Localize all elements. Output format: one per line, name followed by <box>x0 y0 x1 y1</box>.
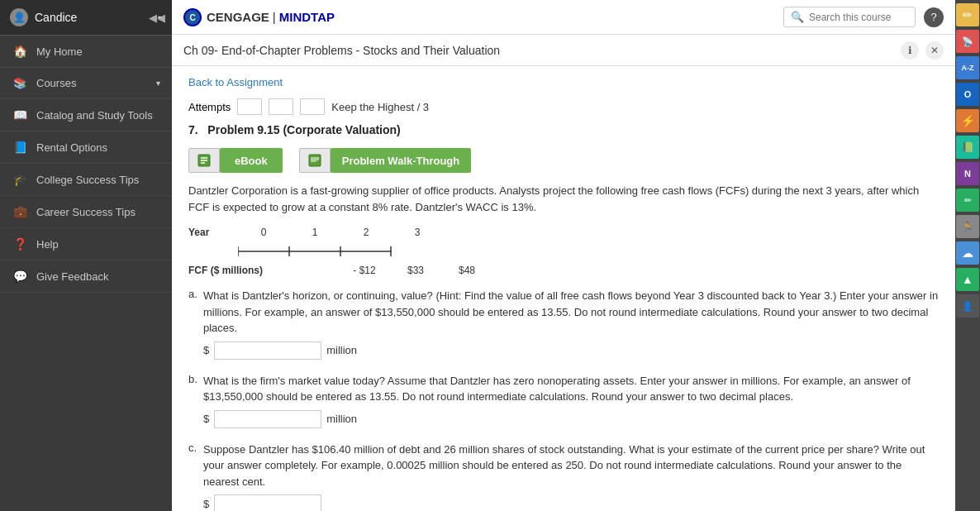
svg-rect-6 <box>309 155 321 166</box>
sub-b-letter: b. <box>188 373 203 405</box>
sub-c-letter: c. <box>188 442 203 490</box>
feedback-icon: 💬 <box>12 270 28 283</box>
attempt-box-3 <box>300 98 325 115</box>
courses-icon: 📚 <box>12 77 28 89</box>
user-icon[interactable]: 👤 <box>956 294 979 318</box>
attempt-box-2 <box>269 98 293 115</box>
fcf-values: - $12 $33 $48 <box>288 265 492 276</box>
sidebar-item-label: College Success Tips <box>36 174 139 186</box>
user-menu[interactable]: 👤 Candice ▾ ◀◀ <box>0 0 172 36</box>
attempt-box-1 <box>237 98 262 115</box>
year-label: Year <box>188 227 238 238</box>
az-icon[interactable]: A-Z <box>956 56 979 79</box>
info-icon[interactable]: ℹ <box>901 41 919 60</box>
sidebar-item-label: Rental Options <box>36 141 107 154</box>
timeline-svg <box>238 241 392 261</box>
catalog-icon: 📖 <box>12 108 28 122</box>
sub-a-input[interactable] <box>214 341 321 360</box>
sub-b-label: b. What is the firm's market value today… <box>188 373 939 405</box>
sub-a-text: What is Dantzler's horizon, or continuin… <box>203 288 939 337</box>
rental-icon: 📘 <box>12 141 28 154</box>
main-content: C CENGAGE | MINDTAP 🔍 ? Ch 09- End-of-Ch… <box>172 0 955 511</box>
run-icon[interactable]: 🏃 <box>956 215 979 238</box>
sub-b-text: What is the firm's market value today? A… <box>203 373 939 405</box>
sidebar-item-career[interactable]: 💼 Career Success Tips <box>0 196 172 228</box>
cloud-icon[interactable]: ☁ <box>956 241 979 265</box>
sub-b-input[interactable] <box>214 410 321 428</box>
cengage-logo: C CENGAGE | MINDTAP <box>183 8 335 26</box>
sidebar-item-label: My Home <box>36 45 83 58</box>
sidebar-item-label: Catalog and Study Tools <box>36 109 153 122</box>
walkthrough-icon-prefix <box>299 148 331 173</box>
sidebar-item-rental[interactable]: 📘 Rental Options <box>0 131 172 164</box>
bolt-icon[interactable]: ⚡ <box>956 109 979 132</box>
keep-highest-label: Keep the Highest / 3 <box>331 101 429 113</box>
problem-title: 7. Problem 9.15 (Corporate Valuation) <box>188 123 939 136</box>
search-input[interactable] <box>809 12 908 23</box>
sidebar-item-college[interactable]: 🎓 College Success Tips <box>0 164 172 196</box>
book-icon[interactable]: 📗 <box>956 136 979 159</box>
onenote-icon[interactable]: N <box>956 162 979 185</box>
sidebar-item-feedback[interactable]: 💬 Give Feedback <box>0 260 172 293</box>
edit-icon[interactable]: ✏ <box>956 189 979 212</box>
sub-c-input-row: $ <box>188 494 939 511</box>
username: Candice <box>35 11 77 24</box>
sub-b-input-row: $ million <box>188 410 939 428</box>
office-icon[interactable]: O <box>956 83 979 106</box>
home-icon: 🏠 <box>12 45 28 58</box>
sidebar-item-courses[interactable]: 📚 Courses ▾ <box>0 68 172 99</box>
sub-problem-a: a. What is Dantzler's horizon, or contin… <box>188 288 939 360</box>
sub-c-input[interactable] <box>214 494 321 511</box>
search-box[interactable]: 🔍 <box>783 7 916 27</box>
cengage-logo-icon: C <box>183 8 202 26</box>
ebook-button[interactable]: eBook <box>220 148 283 173</box>
pencil-icon[interactable]: ✏ <box>956 3 979 26</box>
fcf-3: $48 <box>441 265 492 276</box>
attempts-row: Attempts Keep the Highest / 3 <box>188 98 939 115</box>
sub-a-unit: million <box>326 344 357 356</box>
sub-c-text: Suppose Dantzler has $106.40 million of … <box>203 442 939 490</box>
sub-c-label: c. Suppose Dantzler has $106.40 million … <box>188 442 939 490</box>
career-icon: 💼 <box>12 205 28 218</box>
timeline: Year 0 1 2 3 <box>188 227 939 276</box>
walkthrough-button-wrap: Problem Walk-Through <box>299 148 472 173</box>
sidebar: 👤 Candice ▾ ◀◀ 🏠 My Home 📚 Courses ▾ 📖 C… <box>0 0 172 511</box>
year-1: 1 <box>289 227 340 238</box>
topbar: C CENGAGE | MINDTAP 🔍 ? <box>172 0 955 35</box>
avatar: 👤 <box>10 8 28 26</box>
fcf-0 <box>288 265 339 276</box>
year-values: 0 1 2 3 <box>238 227 443 238</box>
sub-b-dollar: $ <box>203 413 209 425</box>
right-panel: ✏ 📡 A-Z O ⚡ 📗 N ✏ 🏃 ☁ ▲ 👤 <box>955 0 980 511</box>
svg-text:C: C <box>189 13 195 22</box>
help-icon: ❓ <box>12 237 28 251</box>
sidebar-item-label: Give Feedback <box>36 270 108 283</box>
content-body: Back to Assignment Attempts Keep the Hig… <box>172 66 955 511</box>
sub-a-letter: a. <box>188 288 203 337</box>
sub-problem-c: c. Suppose Dantzler has $106.40 million … <box>188 442 939 512</box>
search-icon: 🔍 <box>791 11 804 23</box>
toolbar-row: eBook Problem Walk-Through <box>188 148 939 173</box>
sub-a-label: a. What is Dantzler's horizon, or contin… <box>188 288 939 337</box>
sidebar-collapse-btn[interactable]: ◀◀ <box>149 12 165 24</box>
year-row: Year 0 1 2 3 <box>188 227 939 238</box>
sub-b-unit: million <box>326 413 357 425</box>
rss-icon[interactable]: 📡 <box>956 30 979 53</box>
close-icon[interactable]: ✕ <box>925 41 944 60</box>
walkthrough-button[interactable]: Problem Walk-Through <box>331 148 472 173</box>
sidebar-item-label: Help <box>36 238 59 251</box>
sub-c-dollar: $ <box>203 498 209 510</box>
help-button[interactable]: ? <box>924 7 944 27</box>
fcf-row: FCF ($ millions) - $12 $33 $48 <box>188 265 939 276</box>
sidebar-item-catalog[interactable]: 📖 Catalog and Study Tools <box>0 99 172 131</box>
back-to-assignment-link[interactable]: Back to Assignment <box>188 76 283 88</box>
fcf-1: - $12 <box>339 265 390 276</box>
sidebar-item-help[interactable]: ❓ Help <box>0 228 172 260</box>
drive-icon[interactable]: ▲ <box>956 268 979 291</box>
year-0: 0 <box>238 227 289 238</box>
page-title: Ch 09- End-of-Chapter Problems - Stocks … <box>183 44 901 57</box>
sidebar-item-my-home[interactable]: 🏠 My Home <box>0 36 172 68</box>
mindtap-text: MINDTAP <box>279 10 335 24</box>
sidebar-item-label: Courses <box>36 77 76 89</box>
ebook-button-wrap: eBook <box>188 148 283 173</box>
